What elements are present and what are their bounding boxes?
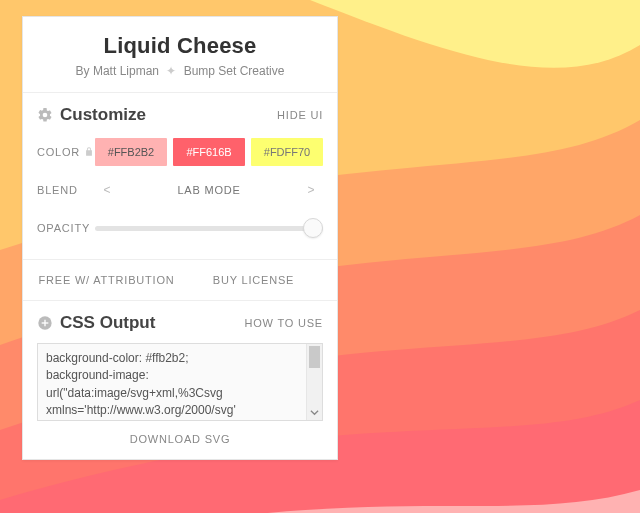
color-row: COLOR #FFB2B2 #FF616B #FDFF70 [37,135,323,169]
byline: By Matt Lipman ✦ Bump Set Creative [35,64,325,78]
slider-track [95,226,323,231]
plus-circle-icon [37,315,53,331]
blend-mode-value: LAB MODE [177,184,240,196]
output-section: CSS Output HOW TO USE background-color: … [23,301,337,459]
settings-panel: Liquid Cheese By Matt Lipman ✦ Bump Set … [22,16,338,460]
blend-next-button[interactable]: > [299,183,323,197]
customize-section: Customize HIDE UI COLOR #FFB2B2 #FF616B … [23,93,337,260]
panel-header: Liquid Cheese By Matt Lipman ✦ Bump Set … [23,17,337,93]
color-label-text: COLOR [37,146,80,158]
scroll-down-button[interactable] [307,404,322,420]
org-link[interactable]: Bump Set Creative [184,64,285,78]
customize-heading-text: Customize [60,105,146,125]
free-attribution-button[interactable]: FREE W/ ATTRIBUTION [33,274,180,286]
color-swatch-1[interactable]: #FFB2B2 [95,138,167,166]
color-swatch-2[interactable]: #FF616B [173,138,245,166]
pattern-title: Liquid Cheese [35,33,325,59]
color-swatch-3[interactable]: #FDFF70 [251,138,323,166]
download-svg-button[interactable]: DOWNLOAD SVG [37,421,323,449]
author-link[interactable]: Matt Lipman [93,64,159,78]
scrollbar[interactable] [306,344,322,420]
color-label: COLOR [37,146,95,159]
scrollbar-thumb[interactable] [309,346,320,368]
how-to-use-button[interactable]: HOW TO USE [245,317,324,329]
customize-heading: Customize [37,105,146,125]
opacity-label: OPACITY [37,222,95,234]
code-line: url("data:image/svg+xml,%3Csvg [46,385,314,402]
css-output-textarea[interactable]: background-color: #ffb2b2; background-im… [37,343,323,421]
diamond-separator: ✦ [166,64,176,78]
by-prefix: By [76,64,93,78]
code-line: background-image: [46,367,314,384]
blend-row: BLEND < LAB MODE > [37,173,323,207]
blend-prev-button[interactable]: < [95,183,119,197]
code-line: xmlns='http://www.w3.org/2000/svg' [46,402,314,419]
lock-icon [84,146,94,159]
output-heading: CSS Output [37,313,155,333]
hide-ui-button[interactable]: HIDE UI [277,109,323,121]
blend-label: BLEND [37,184,95,196]
licensing-section: FREE W/ ATTRIBUTION BUY LICENSE [23,260,337,301]
output-heading-text: CSS Output [60,313,155,333]
code-line: background-color: #ffb2b2; [46,350,314,367]
color-swatches: #FFB2B2 #FF616B #FDFF70 [95,138,323,166]
gear-icon [37,107,53,123]
opacity-row: OPACITY [37,211,323,245]
buy-license-button[interactable]: BUY LICENSE [180,274,327,286]
opacity-slider[interactable] [95,217,323,239]
slider-thumb[interactable] [303,218,323,238]
